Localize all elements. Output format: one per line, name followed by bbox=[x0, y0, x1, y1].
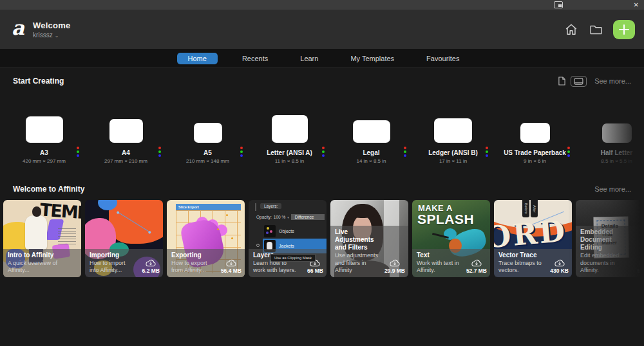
download-badge[interactable]: 430 KB bbox=[550, 259, 569, 274]
before-tab: Before bbox=[522, 200, 529, 217]
rgb-profile-dots bbox=[240, 147, 243, 157]
card-embedded-document-editing[interactable]: Details That Matter Embedded Document Ed… bbox=[576, 200, 644, 277]
rgb-profile-dots bbox=[77, 147, 79, 157]
rgb-profile-dots bbox=[567, 147, 570, 157]
preset-legal[interactable]: Legal 14 in × 8.5 in bbox=[330, 107, 412, 174]
tab-bar: Home Recents Learn My Templates Favourit… bbox=[0, 49, 644, 68]
preset-a3[interactable]: A3 420 mm × 297 mm bbox=[3, 107, 85, 174]
account-dropdown[interactable]: krisssz⌄ bbox=[33, 32, 70, 39]
card-intro-to-affinity[interactable]: TEMP Intro to Affinity A quick overview … bbox=[3, 200, 81, 277]
preset-thumbnail bbox=[109, 119, 143, 143]
splash-headline-2: SPLASH bbox=[417, 212, 474, 227]
poster-headline: TEMP bbox=[39, 200, 81, 223]
folder-icon[interactable] bbox=[589, 23, 603, 37]
tab-home[interactable]: Home bbox=[177, 53, 218, 64]
context-menu-item: Use as Clipping Mask bbox=[270, 254, 316, 262]
download-badge[interactable]: 29.9 MB bbox=[384, 259, 405, 274]
affinity-logo: a bbox=[12, 16, 24, 39]
rgb-profile-dots bbox=[404, 147, 406, 157]
card-text[interactable]: MAKE A SPLASH Text Work with text in Aff… bbox=[412, 200, 490, 277]
start-creating-header: Start Creating See more... bbox=[13, 75, 631, 87]
preset-us-trade-paperback[interactable]: US Trade Paperback 9 in × 6 in bbox=[494, 107, 576, 174]
app-header: a Welcome krisssz⌄ bbox=[0, 10, 644, 49]
pip-icon[interactable] bbox=[554, 1, 563, 8]
preset-thumbnail bbox=[520, 123, 550, 143]
tab-recents[interactable]: Recents bbox=[234, 53, 276, 64]
after-tab: After bbox=[531, 200, 538, 217]
card-layers[interactable]: Layers: Opacity: 100 % ▾ Difference Obje… bbox=[249, 200, 327, 277]
samples-view-toggle[interactable] bbox=[571, 76, 587, 87]
card-importing[interactable]: Importing How to import into Affinity...… bbox=[85, 200, 163, 277]
preset-thumbnail bbox=[434, 118, 472, 143]
section-title: Welcome to Affinity bbox=[13, 185, 84, 194]
presets-row: A3 420 mm × 297 mm A4 297 mm × 210 mm A5… bbox=[0, 87, 644, 174]
new-document-button[interactable] bbox=[613, 20, 635, 39]
card-exporting[interactable]: Slice Export Exporting How to export fro… bbox=[167, 200, 245, 277]
chevron-down-icon: ⌄ bbox=[55, 33, 59, 39]
layers-panel-label: Layers: bbox=[260, 203, 281, 209]
close-icon[interactable]: ✕ bbox=[634, 0, 639, 10]
tutorial-cards-row: TEMP Intro to Affinity A quick overview … bbox=[0, 200, 644, 281]
preset-thumbnail bbox=[272, 115, 308, 143]
rgb-profile-dots bbox=[486, 147, 488, 157]
rgb-profile-dots bbox=[158, 147, 161, 157]
preset-half-letter[interactable]: Half Letter 8.5 in × 5.5 in bbox=[576, 107, 644, 174]
download-badge[interactable]: 6.2 MB bbox=[142, 259, 160, 274]
preset-ledger-ansi-b[interactable]: Ledger (ANSI B) 17 in × 11 in bbox=[412, 107, 494, 174]
rgb-profile-dots bbox=[322, 147, 325, 157]
titlebar: ✕ bbox=[0, 0, 644, 10]
preset-thumbnail bbox=[194, 123, 222, 143]
download-badge[interactable]: 56.4 MB bbox=[221, 259, 242, 274]
slice-export-bar: Slice Export bbox=[176, 204, 241, 210]
preset-letter-ansi-a[interactable]: Letter (ANSI A) 11 in × 8.5 in bbox=[249, 107, 330, 174]
card-live-adjustments[interactable]: Live Adjustments and Filters Use adjustm… bbox=[330, 200, 408, 277]
page-title: Welcome bbox=[33, 21, 70, 30]
preset-a5[interactable]: A5 210 mm × 148 mm bbox=[167, 107, 249, 174]
download-badge[interactable]: 52.7 MB bbox=[466, 259, 487, 274]
tab-my-templates[interactable]: My Templates bbox=[343, 53, 402, 64]
preset-a4[interactable]: A4 297 mm × 210 mm bbox=[85, 107, 167, 174]
welcome-header: Welcome to Affinity See more... bbox=[13, 183, 631, 196]
tab-learn[interactable]: Learn bbox=[292, 53, 326, 64]
preset-thumbnail bbox=[353, 120, 390, 143]
username: krisssz bbox=[33, 32, 53, 39]
start-creating-see-more[interactable]: See more... bbox=[594, 77, 631, 85]
preset-thumbnail bbox=[602, 123, 632, 143]
card-vector-trace[interactable]: ORD Before After Vector Trace Trace bitm… bbox=[494, 200, 572, 277]
preset-thumbnail bbox=[26, 116, 63, 143]
document-view-icon[interactable] bbox=[558, 77, 567, 86]
home-icon[interactable] bbox=[564, 23, 578, 37]
download-badge[interactable]: 5 MB bbox=[638, 259, 644, 274]
tab-favourites[interactable]: Favourites bbox=[419, 53, 467, 64]
section-title: Start Creating bbox=[13, 77, 64, 86]
welcome-see-more[interactable]: See more... bbox=[594, 185, 631, 193]
